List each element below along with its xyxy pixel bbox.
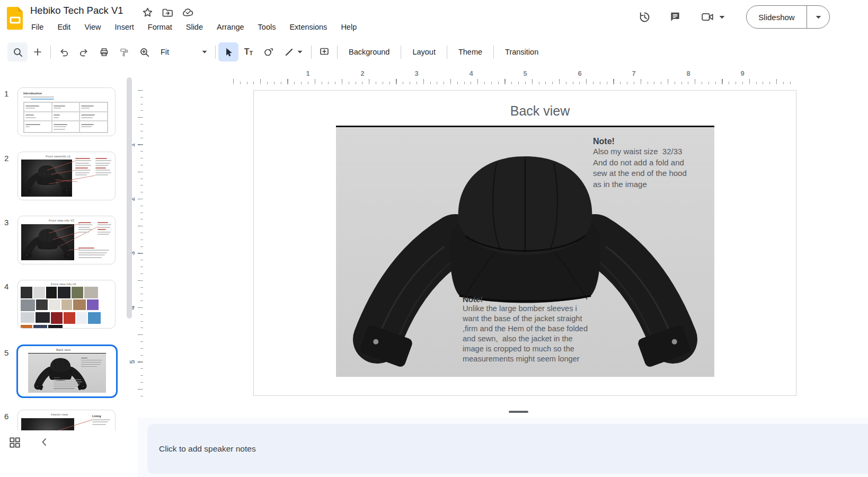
note-top-heading: Note! [593,137,715,146]
note-bottom-heading: Note! [463,295,606,304]
cloud-status-icon[interactable] [182,7,194,18]
slides-logo-icon[interactable] [5,6,24,31]
menu-view[interactable]: View [77,21,108,33]
filmstrip: 1 Introduction 2 [0,69,136,430]
shape-tool-icon[interactable] [259,42,279,61]
move-folder-icon[interactable] [162,7,173,18]
line-tool-group [279,42,308,61]
thumb-title: Back view [56,348,70,351]
slideshow-dropdown[interactable] [807,15,829,19]
search-menus-icon[interactable] [7,42,28,61]
slides-app-window: Hebiko Tech Pack V1 File Edit View Inser… [0,0,868,477]
speaker-notes-placeholder: Click to add speaker notes [159,444,256,454]
ruler-number: 2 [359,69,366,77]
menu-format[interactable]: Format [141,21,179,33]
filmstrip-footer [0,430,138,477]
grid-view-icon[interactable] [8,436,22,449]
star-icon[interactable] [142,7,153,18]
select-tool-icon[interactable] [218,42,238,61]
thumb-title: Introduction [23,92,110,95]
slide-number: 1 [4,89,16,98]
menu-help[interactable]: Help [334,21,364,33]
undo-icon[interactable] [54,42,74,61]
slide-page[interactable]: Back view Note! Also my waist size 32/33… [253,90,796,396]
ruler-number: 3 [413,69,420,77]
toolbar-divider [50,46,51,59]
jacket-image[interactable]: Note! Also my waist size 32/33 And do no… [336,127,714,377]
slide-thumbnail-4[interactable]: Front view info v3 [17,280,116,329]
slide-number: 4 [4,282,16,291]
slide-thumbnail-3[interactable]: Front view info V2 [17,216,116,264]
filmstrip-scrollbar[interactable] [127,77,132,319]
insert-comment-icon[interactable] [314,42,334,61]
print-icon[interactable] [94,42,114,61]
menu-arrange[interactable]: Arrange [210,21,251,33]
ruler-number: 5 [521,69,529,77]
line-tool-icon[interactable] [285,48,294,57]
ruler-number: 6 [576,69,583,77]
ruler-number: 8 [685,69,692,77]
slide-number: 2 [4,154,16,163]
camera-dropdown-icon[interactable] [719,15,725,19]
ruler-horizontal[interactable] [233,78,796,84]
slide-thumbnail-1[interactable]: Introduction [17,87,116,136]
slide-thumbnail-6[interactable]: Interior view Lining [17,410,116,430]
redo-icon[interactable] [74,42,94,61]
document-title[interactable]: Hebiko Tech Pack V1 [30,5,123,16]
collapse-filmstrip-icon[interactable] [39,437,50,447]
comments-icon[interactable] [669,11,681,23]
slide-thumbnail-2[interactable]: Front view/info v1 [17,152,116,200]
toolbar-divider [493,46,494,59]
ruler-number: 1 [304,69,312,77]
background-button[interactable]: Background [340,42,398,61]
menu-insert[interactable]: Insert [108,21,141,33]
theme-button[interactable]: Theme [450,42,491,61]
new-slide-plus-icon[interactable] [28,42,48,61]
slide-number: 6 [4,412,16,421]
note-bottom[interactable]: Note! Unlike the large bomber sleeves i … [463,295,606,364]
thumb-moodboard [21,287,112,329]
zoom-icon[interactable] [134,42,154,61]
zoom-fit-label: Fit [161,48,169,56]
menu-tools[interactable]: Tools [251,21,283,33]
ruler-number: 9 [739,69,746,77]
ruler-number: 4 [467,69,475,77]
ruler-vertical[interactable] [137,90,143,396]
menu-file[interactable]: File [24,21,50,33]
toolbar-divider [215,46,216,59]
menu-edit[interactable]: Edit [50,21,77,33]
toolbar-divider [337,46,338,59]
transition-button[interactable]: Transition [497,42,547,61]
version-history-icon[interactable] [638,11,651,24]
thumb-label: Lining [92,414,112,418]
note-top[interactable]: Note! Also my waist size 32/33 And do no… [593,137,715,190]
toolbar-divider [447,46,447,59]
thumb-image [28,353,106,393]
chevron-down-icon [202,50,207,54]
note-top-body: Also my waist size 32/33 And do not add … [593,146,715,190]
notes-resize-handle[interactable] [509,411,528,413]
toolbar: Fit TT Background Layout Theme Transitio… [7,42,547,61]
toolbar-divider [311,46,312,59]
toolbar-divider [401,46,401,59]
zoom-fit-select[interactable]: Fit [154,42,212,61]
menu-slide[interactable]: Slide [179,21,210,33]
slide-number: 3 [4,218,16,227]
note-bottom-body: Unlike the large bomber sleeves i want t… [463,304,606,364]
slide-number: 5 [4,348,16,357]
thumb-title: Front view info v3 [51,282,76,286]
slide-thumbnail-5[interactable]: Back view [16,344,118,398]
ruler-number: 7 [630,69,637,77]
speaker-notes-input[interactable]: Click to add speaker notes [147,424,868,474]
thumb-table [23,102,108,133]
paint-format-icon[interactable] [114,42,134,61]
menu-bar: File Edit View Insert Format Slide Arran… [24,21,364,33]
slideshow-button[interactable]: Slideshow [747,13,807,22]
slideshow-button-group: Slideshow [746,5,830,29]
line-tool-caret[interactable] [297,50,303,54]
slide-title[interactable]: Back view [434,103,646,119]
meet-camera-icon[interactable] [701,11,715,23]
textbox-tool-icon[interactable]: TT [238,42,259,61]
layout-button[interactable]: Layout [404,42,444,61]
menu-extensions[interactable]: Extensions [282,21,334,33]
